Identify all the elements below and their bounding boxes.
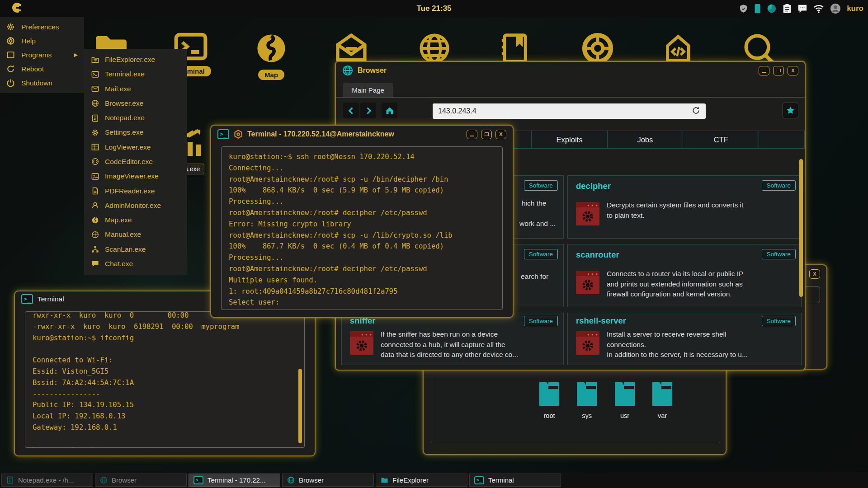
- submenu-item-settings[interactable]: Settings.exe: [84, 126, 187, 140]
- submenu-item-adminmonitor[interactable]: AdminMonitor.exe: [84, 198, 187, 212]
- book-globe-icon: [91, 231, 99, 239]
- submenu-item-imageviewer[interactable]: ImageViewer.exe: [84, 169, 187, 183]
- chat-icon: [91, 260, 99, 267]
- submenu-item-notepad[interactable]: Notepad.exe: [84, 111, 187, 125]
- terminal-local-output[interactable]: rwxr-xr-x kuro kuro 0 00:00 -rwxr-xr-x k…: [25, 311, 305, 448]
- browser-close-button[interactable]: X: [788, 66, 798, 75]
- taskbar-item-browser-1[interactable]: Browser: [95, 474, 187, 487]
- terminal-minimize-button[interactable]: [467, 130, 477, 139]
- submenu-item-terminal[interactable]: Terminal.exe: [84, 67, 187, 81]
- magnifier-icon: [742, 33, 775, 64]
- forward-button[interactable]: [360, 103, 376, 118]
- power-icon: [6, 79, 15, 87]
- menu-item-shutdown[interactable]: Shutdown: [0, 76, 84, 90]
- submenu-item-pdfreader[interactable]: PDFReader.exe: [84, 184, 187, 198]
- terminal-remote-output[interactable]: kuro@station:~$ ssh root@Nessn 170.220.5…: [221, 146, 503, 310]
- wifi-icon[interactable]: [813, 4, 824, 13]
- menu-item-label: Reboot: [21, 65, 44, 73]
- desktop: Terminal Map ks.exe X: [0, 0, 868, 488]
- terminal-line: 1: root:409a041459a8b27c716c80d481f2a795: [229, 287, 495, 299]
- software-card-scanrouter[interactable]: scanrouter Software ● ● ● Connects to a …: [567, 244, 802, 307]
- terminal-maximize-button[interactable]: [481, 130, 492, 139]
- submenu-item-label: ImageViewer.exe: [105, 172, 159, 180]
- terminal-icon: >_: [193, 476, 203, 484]
- terminal-line: kuro@station:~$ ssh root@Nessn 170.220.5…: [229, 153, 495, 164]
- submenu-item-logviewer[interactable]: LogViewer.exe: [84, 140, 187, 154]
- cpu-pie-icon[interactable]: [767, 4, 777, 14]
- avatar-icon[interactable]: [830, 3, 841, 14]
- desktop-icon-mail[interactable]: [330, 33, 373, 64]
- terminal-line: ----------------: [33, 390, 297, 401]
- favorite-button[interactable]: [783, 103, 798, 118]
- software-card-sniffer[interactable]: sniffer Software ● ● ● If the sniffer ha…: [341, 313, 564, 365]
- os-logo[interactable]: [12, 2, 23, 15]
- battery-icon[interactable]: [754, 4, 761, 14]
- software-card-rshell-server[interactable]: rshell-server Software ● ● ● Install a s…: [567, 313, 802, 365]
- shield-icon[interactable]: [739, 4, 748, 14]
- nav-tab-ctf[interactable]: CTF: [683, 131, 759, 149]
- bg-close-button[interactable]: X: [809, 269, 820, 279]
- image-icon: [91, 173, 99, 180]
- taskbar-item-fileexplorer[interactable]: FileExplorer: [376, 474, 467, 487]
- menu-item-reboot[interactable]: Reboot: [0, 62, 84, 76]
- folder-item-root[interactable]: root: [530, 380, 568, 419]
- browser-minimize-button[interactable]: [759, 66, 769, 75]
- menu-item-help[interactable]: Help: [0, 34, 84, 48]
- submenu-item-chat[interactable]: Chat.exe: [84, 257, 187, 271]
- software-badge: Software: [762, 249, 796, 259]
- desktop-icon-map[interactable]: Map: [250, 33, 293, 80]
- submenu-item-codeeditor[interactable]: CodeEditor.exe: [84, 155, 187, 169]
- terminal-close-button[interactable]: X: [495, 130, 506, 139]
- submenu-item-map[interactable]: Map.exe: [84, 213, 187, 227]
- address-bar[interactable]: 143.0.243.4: [433, 103, 706, 119]
- nav-tab-jobs[interactable]: Jobs: [608, 131, 683, 149]
- software-card-decipher[interactable]: decipher Software ● ● ● Decrypts certain…: [567, 175, 802, 239]
- browser-page-tab[interactable]: Main Page: [343, 83, 393, 97]
- app-icon: ● ● ●: [576, 202, 599, 225]
- submenu-item-mail[interactable]: Mail.exe: [84, 82, 187, 96]
- reload-icon[interactable]: [692, 106, 700, 117]
- taskbar-item-notepad[interactable]: Notepad.exe - /h...: [1, 474, 93, 487]
- clipboard-icon[interactable]: [783, 4, 792, 14]
- card-description: Connects to a router via its local or pu…: [607, 269, 795, 300]
- taskbar-item-terminal-remote[interactable]: >_ Terminal - 170.22...: [189, 474, 280, 487]
- globe-icon: [287, 476, 295, 484]
- submenu-item-fileexplorer[interactable]: FileExplorer.exe: [84, 53, 187, 67]
- folder-label: var: [643, 412, 681, 419]
- browser-title: Browser: [358, 66, 387, 75]
- programs-submenu: FileExplorer.exe Terminal.exe Mail.exe B…: [84, 49, 187, 275]
- folder-label: sys: [568, 412, 606, 419]
- folder-item-var[interactable]: var: [643, 380, 681, 419]
- menu-item-programs[interactable]: Programs ▶: [0, 48, 84, 62]
- folder-item-usr[interactable]: usr: [606, 380, 644, 419]
- browser-scrollbar[interactable]: [799, 159, 803, 297]
- gear-icon: [91, 129, 99, 136]
- folder-item-sys[interactable]: sys: [568, 380, 606, 419]
- back-button[interactable]: [343, 103, 359, 118]
- taskbar-item-browser-2[interactable]: Browser: [282, 474, 374, 487]
- nav-tab-exploits[interactable]: Exploits: [532, 131, 607, 149]
- submenu-item-browser[interactable]: Browser.exe: [84, 96, 187, 110]
- card-desc-fragment: earch for: [521, 272, 548, 281]
- menu-item-preferences[interactable]: Preferences: [0, 20, 84, 34]
- submenu-item-scanlan[interactable]: ScanLan.exe: [84, 242, 187, 256]
- terminal-remote-window[interactable]: >_ Terminal - 170.220.52.14@Amerstainckn…: [210, 125, 514, 318]
- terminal-line: Multiple users found.: [229, 276, 495, 287]
- taskbar-item-terminal-local[interactable]: >_ Terminal: [469, 474, 561, 487]
- submenu-item-manual[interactable]: Manual.exe: [84, 228, 187, 242]
- browser-maximize-button[interactable]: [773, 66, 784, 75]
- clock: Tue 21:35: [416, 4, 451, 13]
- chat-bubble-icon[interactable]: [797, 4, 807, 13]
- terminal-line: Processing...: [229, 197, 495, 209]
- terminal-remote-titlebar[interactable]: >_ Terminal - 170.220.52.14@Amerstainckn…: [211, 126, 513, 143]
- help-ring-icon: [6, 37, 15, 45]
- home-button[interactable]: [382, 103, 397, 118]
- username[interactable]: kuro: [847, 4, 863, 13]
- terminal-scrollbar[interactable]: [298, 369, 302, 443]
- submenu-arrow-icon: ▶: [74, 52, 78, 58]
- terminal-icon: >_: [21, 294, 33, 304]
- help-ring-icon: [581, 33, 614, 64]
- terminal-line: Connecting...: [229, 164, 495, 175]
- terminal-line: [33, 435, 297, 446]
- browser-titlebar[interactable]: Browser X: [336, 62, 805, 79]
